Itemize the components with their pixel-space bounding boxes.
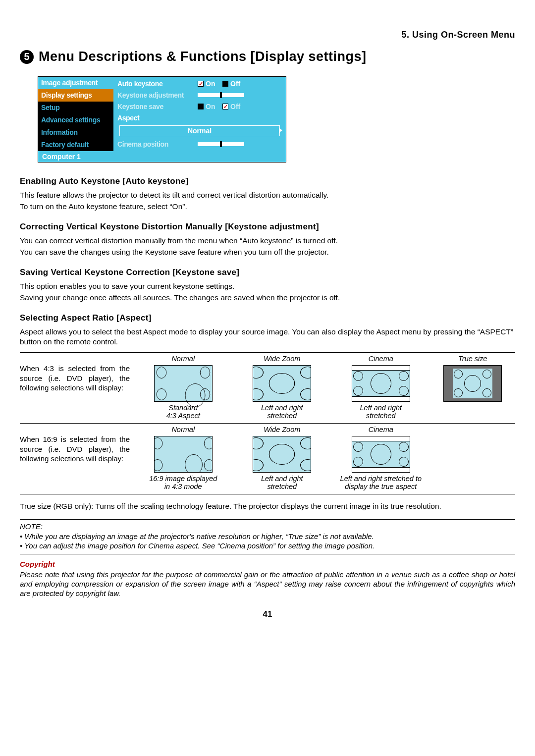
aspect-row-description: When 16:9 is selected from the source (i… xyxy=(20,426,134,491)
osd-autokeystone-label: Auto keystone xyxy=(117,80,195,88)
section-heading: Selecting Aspect Ratio [Aspect] xyxy=(20,313,515,323)
section-number-badge: 5 xyxy=(20,50,34,64)
aspect-table: When 4:3 is selected from the source (i.… xyxy=(20,352,515,494)
aspect-diagram xyxy=(443,365,502,402)
osd-keystone-adj-label: Keystone adjustment xyxy=(117,91,195,99)
aspect-mode-header: Normal xyxy=(171,426,195,433)
section-heading: Saving Vertical Keystone Correction [Key… xyxy=(20,268,515,277)
aspect-mode-caption: 16:9 image displayedin 4:3 mode xyxy=(149,475,217,491)
note-block: NOTE: • While you are displaying an imag… xyxy=(20,519,515,554)
osd-left-item: Display settings xyxy=(38,89,113,102)
aspect-mode-header: Wide Zoom xyxy=(264,426,300,433)
aspect-mode-caption: Left and right stretched todisplay the t… xyxy=(340,475,422,491)
osd-cinema-pos-label: Cinema position xyxy=(117,140,195,148)
section-heading: Enabling Auto Keystone [Auto keystone] xyxy=(20,176,515,186)
body-text: Saving your change once affects all sour… xyxy=(20,293,515,303)
page-title-row: 5 Menu Descriptions & Functions [Display… xyxy=(20,49,515,64)
aspect-mode-caption: Left and rightstretched xyxy=(261,475,303,491)
osd-left-item: Factory default xyxy=(38,139,113,151)
aspect-mode-header: Wide Zoom xyxy=(264,355,300,363)
body-text: True size (RGB only): Turns off the scal… xyxy=(20,501,515,511)
section-heading: Correcting Vertical Keystone Distortion … xyxy=(20,222,515,232)
page-title: Menu Descriptions & Functions [Display s… xyxy=(39,49,367,64)
body-text: This option enables you to save your cur… xyxy=(20,281,515,292)
osd-autokeystone-on: On xyxy=(198,80,219,88)
osd-left-item: Setup xyxy=(38,102,113,114)
osd-keystone-save-on: On xyxy=(198,103,219,110)
osd-aspect-label: Aspect xyxy=(117,114,195,122)
aspect-diagram xyxy=(253,436,311,473)
osd-footer: Computer 1 xyxy=(38,151,286,162)
note-label: NOTE: xyxy=(20,522,515,532)
copyright-heading: Copyright xyxy=(20,559,515,569)
body-text: You can save the changes using the Keyst… xyxy=(20,247,515,258)
aspect-mode-header: Cinema xyxy=(369,426,393,433)
osd-cinema-pos-slider xyxy=(198,142,244,146)
osd-left-item: Advanced settings xyxy=(38,114,113,126)
aspect-mode-header: True size xyxy=(458,355,487,363)
osd-keystone-adj-slider xyxy=(198,93,244,97)
copyright-text: Please note that using this projector fo… xyxy=(20,570,515,597)
note-item: • While you are displaying an image at t… xyxy=(20,532,515,541)
osd-keystone-save-off: Off xyxy=(222,103,244,110)
page-number: 41 xyxy=(20,609,515,619)
body-text: This feature allows the projector to det… xyxy=(20,190,515,201)
aspect-diagram xyxy=(352,365,410,402)
osd-screenshot: Image adjustment Display settings Setup … xyxy=(38,76,515,162)
aspect-diagram xyxy=(154,365,213,402)
osd-left-item: Image adjustment xyxy=(38,77,113,89)
note-item: • You can adjust the image position for … xyxy=(20,541,515,551)
aspect-mode-header: Normal xyxy=(171,355,195,363)
body-text: You can correct vertical distortion manu… xyxy=(20,236,515,246)
aspect-row-description: When 4:3 is selected from the source (i.… xyxy=(20,355,134,420)
aspect-mode-caption: Left and rightstretched xyxy=(261,404,303,420)
osd-autokeystone-off: Off xyxy=(222,80,244,88)
osd-keystone-save-label: Keystone save xyxy=(117,103,195,110)
aspect-diagram xyxy=(253,365,311,402)
aspect-diagram xyxy=(154,436,213,473)
body-text: To turn on the Auto keystone feature, se… xyxy=(20,202,515,212)
chapter-header: 5. Using On-Screen Menu xyxy=(20,30,515,40)
osd-aspect-value: Normal xyxy=(119,125,280,136)
aspect-mode-header: Cinema xyxy=(369,355,393,363)
osd-left-item: Information xyxy=(38,126,113,139)
copyright-block: Copyright Please note that using this pr… xyxy=(20,559,515,598)
body-text: Aspect allows you to select the best Asp… xyxy=(20,327,515,348)
aspect-diagram xyxy=(352,436,410,473)
aspect-mode-caption: Left and rightstretched xyxy=(360,404,402,420)
